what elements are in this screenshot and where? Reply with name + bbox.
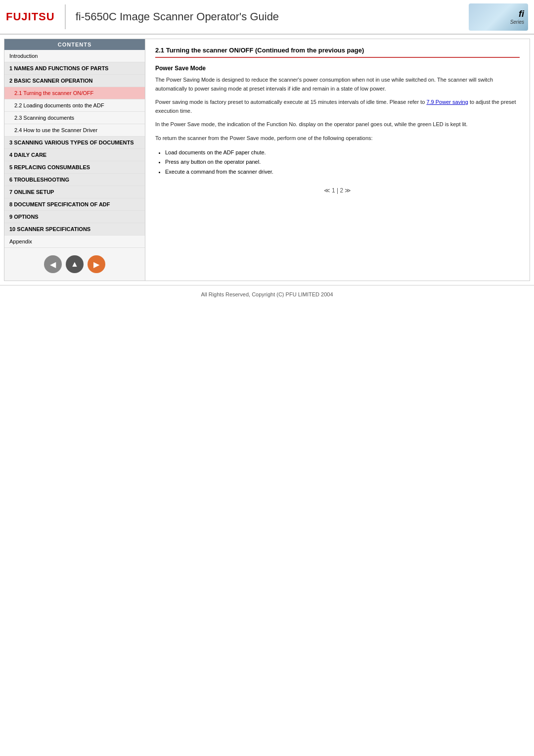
list-item-1: Load documents on the ADF paper chute. bbox=[165, 148, 520, 158]
badge-series-text: Series bbox=[510, 19, 524, 25]
main-container: CONTENTS Introduction 1 NAMES AND FUNCTI… bbox=[4, 39, 530, 281]
sidebar-item-scanner-driver[interactable]: 2.4 How to use the Scanner Driver bbox=[4, 124, 145, 137]
content-para3: In the Power Save mode, the indication o… bbox=[155, 120, 520, 129]
sidebar: CONTENTS Introduction 1 NAMES AND FUNCTI… bbox=[4, 39, 145, 281]
para2-before-link: Power saving mode is factory preset to a… bbox=[155, 99, 426, 105]
nav-home-button[interactable]: ▲ bbox=[66, 255, 84, 273]
sidebar-item-loading-documents[interactable]: 2.2 Loading documents onto the ADF bbox=[4, 99, 145, 112]
content-heading: 2.1 Turning the scanner ON/OFF (Continue… bbox=[155, 47, 520, 58]
sidebar-item-appendix[interactable]: Appendix bbox=[4, 236, 145, 248]
content-area: 2.1 Turning the scanner ON/OFF (Continue… bbox=[145, 39, 530, 281]
sidebar-item-online-setup[interactable]: 7 ONLINE SETUP bbox=[4, 186, 145, 198]
content-para1: The Power Saving Mode is designed to red… bbox=[155, 76, 520, 93]
content-para4: To return the scanner from the Power Sav… bbox=[155, 134, 520, 143]
badge-fi-text: fi bbox=[519, 9, 524, 19]
page-header: FUJITSU fi-5650C Image Scanner Operator'… bbox=[0, 0, 534, 35]
power-saving-link[interactable]: 7.9 Power saving bbox=[426, 99, 468, 105]
list-item-2: Press any button on the operator panel. bbox=[165, 157, 520, 167]
sidebar-item-basic-scanner[interactable]: 2 BASIC SCANNER OPERATION bbox=[4, 75, 145, 87]
fujitsu-logo: FUJITSU bbox=[6, 10, 55, 23]
list-item-3: Execute a command from the scanner drive… bbox=[165, 167, 520, 177]
fi-series-badge: fi Series bbox=[469, 3, 528, 31]
page-footer: All Rights Reserved, Copyright (C) PFU L… bbox=[0, 285, 534, 303]
nav-forward-button[interactable]: ▶ bbox=[88, 255, 105, 273]
sidebar-item-names-functions[interactable]: 1 NAMES AND FUNCTIONS OF PARTS bbox=[4, 62, 145, 75]
section-title-power-save: Power Save Mode bbox=[155, 65, 520, 72]
sidebar-item-scanning-documents[interactable]: 2.3 Scanning documents bbox=[4, 112, 145, 124]
sidebar-item-document-spec[interactable]: 8 DOCUMENT SPECIFICATION OF ADF bbox=[4, 198, 145, 211]
logo-container: FUJITSU bbox=[6, 4, 66, 29]
sidebar-item-scanning-various[interactable]: 3 SCANNING VARIOUS TYPES OF DOCUMENTS bbox=[4, 137, 145, 149]
content-para2: Power saving mode is factory preset to a… bbox=[155, 98, 520, 115]
pagination[interactable]: ≪ 1 | 2 ≫ bbox=[155, 187, 520, 194]
nav-back-button[interactable]: ◀ bbox=[44, 255, 62, 273]
sidebar-header: CONTENTS bbox=[4, 39, 145, 50]
sidebar-item-scanner-spec[interactable]: 10 SCANNER SPECIFICATIONS bbox=[4, 223, 145, 236]
sidebar-item-turning-on-off[interactable]: 2.1 Turning the scanner ON/OFF bbox=[4, 87, 145, 99]
page-title: fi-5650C Image Scanner Operator's Guide bbox=[76, 10, 469, 23]
sidebar-item-replacing[interactable]: 5 REPLACING CONSUMABLES bbox=[4, 161, 145, 174]
sidebar-item-troubleshooting[interactable]: 6 TROUBLESHOOTING bbox=[4, 174, 145, 186]
sidebar-item-daily-care[interactable]: 4 DAILY CARE bbox=[4, 149, 145, 161]
sidebar-item-introduction[interactable]: Introduction bbox=[4, 50, 145, 62]
sidebar-navigation: ◀ ▲ ▶ bbox=[4, 248, 145, 281]
sidebar-item-options[interactable]: 9 OPTIONS bbox=[4, 211, 145, 223]
operations-list: Load documents on the ADF paper chute. P… bbox=[165, 148, 520, 177]
